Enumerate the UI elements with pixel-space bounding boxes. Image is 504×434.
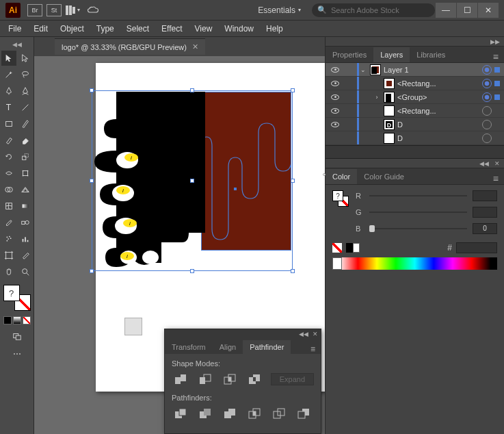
selection-indicator[interactable] (494, 94, 500, 100)
layer-name-label[interactable]: D (397, 134, 479, 142)
target-icon[interactable] (482, 79, 492, 88)
close-tab-icon[interactable]: ✕ (192, 42, 198, 51)
slice-tool[interactable] (18, 248, 33, 263)
selection-indicator[interactable] (494, 122, 500, 127)
selection-tool[interactable] (1, 51, 16, 66)
green-slider[interactable] (369, 212, 467, 213)
pathfinder-panel[interactable]: ◀◀ ✕ Transform Align Pathfinder ≡ Shape … (164, 329, 321, 434)
selection-handle[interactable] (190, 88, 194, 92)
visibility-toggle-icon[interactable] (331, 81, 339, 86)
layer-name-label[interactable]: D (397, 120, 479, 129)
arrange-documents-button[interactable]: ▾ (66, 5, 80, 15)
maximize-button[interactable]: ☐ (457, 3, 477, 18)
crop-button[interactable] (246, 406, 263, 421)
hex-input[interactable] (456, 242, 497, 253)
unite-button[interactable] (172, 372, 189, 387)
minus-back-button[interactable] (295, 406, 313, 421)
zoom-tool[interactable] (18, 264, 33, 279)
selection-handle[interactable] (90, 269, 94, 273)
tab-color-guide[interactable]: Color Guide (357, 169, 411, 184)
canvas[interactable]: i i i i ◀◀ ✕ (34, 56, 325, 434)
outline-button[interactable] (270, 406, 288, 421)
rectangle-tool[interactable] (1, 116, 16, 131)
mesh-tool[interactable] (1, 199, 16, 214)
perspective-grid-tool[interactable] (18, 182, 33, 197)
tab-align[interactable]: Align (213, 340, 243, 354)
color-spectrum[interactable] (332, 257, 497, 270)
shape-builder-tool[interactable] (1, 182, 16, 197)
tab-color[interactable]: Color (332, 173, 350, 181)
color-mode-button[interactable] (3, 316, 12, 324)
tab-transform[interactable]: Transform (165, 340, 213, 354)
selection-handle[interactable] (291, 179, 295, 183)
color-panel-menu-icon[interactable]: ≡ (488, 173, 504, 184)
minimize-button[interactable]: — (436, 3, 456, 18)
artboard-tool[interactable] (1, 248, 16, 263)
layer-name-label[interactable]: <Rectang... (397, 107, 479, 115)
layer-name-label[interactable]: <Rectang... (397, 79, 479, 88)
layers-panel-menu-icon[interactable]: ≡ (488, 51, 504, 62)
none-mode-button[interactable] (23, 316, 31, 324)
free-transform-tool[interactable] (18, 166, 33, 181)
blue-slider[interactable] (369, 228, 467, 229)
direct-selection-tool[interactable] (18, 51, 33, 66)
panel-close-icon[interactable]: ✕ (313, 331, 318, 337)
selection-handle[interactable] (90, 88, 94, 92)
scale-tool[interactable] (18, 149, 33, 164)
paintbrush-tool[interactable] (18, 116, 33, 131)
visibility-toggle-icon[interactable] (331, 122, 339, 127)
visibility-toggle-icon[interactable] (331, 94, 339, 100)
edit-toolbar-button[interactable]: ⋯ (1, 346, 33, 361)
symbol-sprayer-tool[interactable] (1, 231, 16, 246)
selection-indicator[interactable] (494, 108, 500, 114)
intersect-button[interactable] (221, 372, 239, 387)
menu-object[interactable]: Object (60, 24, 84, 34)
dock-collapse-icon[interactable]: ◀◀ (479, 160, 489, 167)
search-input[interactable] (331, 6, 429, 14)
fill-stroke-swatch[interactable]: ? (3, 285, 31, 311)
disclosure-icon[interactable]: › (373, 94, 381, 101)
target-icon[interactable] (482, 106, 492, 116)
fill-swatch[interactable]: ? (3, 285, 20, 301)
panel-collapse-icon[interactable]: ◀◀ (299, 331, 308, 337)
selection-indicator[interactable] (494, 81, 500, 86)
green-value-input[interactable] (473, 207, 497, 218)
selection-handle[interactable] (291, 88, 295, 92)
bw-swatch[interactable] (346, 243, 360, 253)
menu-file[interactable]: File (8, 24, 21, 34)
selection-handle[interactable] (90, 179, 94, 183)
visibility-toggle-icon[interactable] (331, 67, 339, 73)
divide-button[interactable] (172, 406, 189, 421)
gpu-icon[interactable] (87, 5, 99, 15)
blend-tool[interactable] (18, 215, 33, 230)
type-tool[interactable]: T (1, 100, 16, 115)
menu-effect[interactable]: Effect (161, 24, 182, 34)
target-icon[interactable] (482, 120, 492, 129)
eyedropper-tool[interactable] (1, 215, 16, 230)
tab-properties[interactable]: Properties (326, 47, 373, 62)
red-slider[interactable] (369, 195, 467, 196)
hand-tool[interactable] (1, 264, 16, 279)
pen-tool[interactable] (1, 84, 16, 99)
toolbox-collapse-icon[interactable]: ◀◀ (0, 40, 34, 49)
red-value-input[interactable] (473, 190, 497, 201)
gradient-mode-button[interactable] (13, 316, 21, 324)
trim-button[interactable] (196, 406, 214, 421)
menu-edit[interactable]: Edit (34, 24, 48, 34)
search-stock-field[interactable]: 🔍 (312, 3, 435, 17)
dock-collapse-icon[interactable]: ▶▶ (490, 38, 500, 45)
eraser-tool[interactable] (18, 133, 33, 148)
selection-handle[interactable] (190, 269, 194, 273)
tab-libraries[interactable]: Libraries (410, 47, 452, 62)
panel-menu-icon[interactable]: ≡ (305, 344, 321, 354)
bridge-button[interactable]: Br (27, 4, 42, 16)
menu-window[interactable]: Window (224, 24, 254, 34)
selection-handle[interactable] (291, 269, 295, 273)
menu-help[interactable]: Help (266, 24, 283, 34)
rotate-tool[interactable] (1, 149, 16, 164)
target-icon[interactable] (482, 65, 492, 75)
menu-view[interactable]: View (195, 24, 213, 34)
layer-row[interactable]: › <Group> (326, 90, 504, 104)
curvature-tool[interactable] (18, 84, 33, 99)
menu-select[interactable]: Select (127, 24, 149, 34)
